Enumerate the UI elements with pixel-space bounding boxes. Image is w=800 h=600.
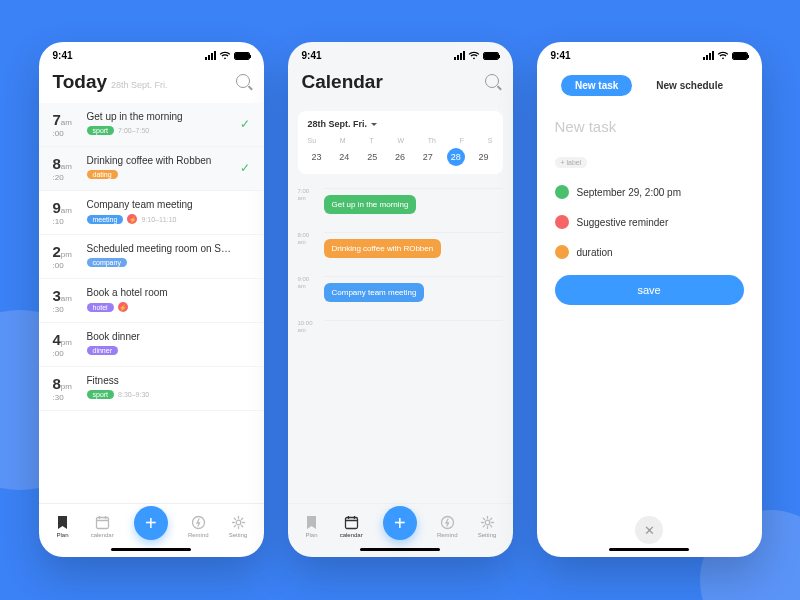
nav-label: Plan	[306, 532, 318, 538]
weekday: S	[488, 137, 493, 144]
nav-calendar[interactable]: calendar	[91, 514, 114, 538]
task-item[interactable]: 8pm:30 Fitness sport8:30–9:30	[39, 367, 264, 411]
date-selector[interactable]: 28th Sept. Fri. SuMTWThFS 23242526272829	[298, 111, 503, 174]
tab-new-schedule[interactable]: New schedule	[642, 75, 737, 96]
timeline-event[interactable]: Company team meeting	[324, 283, 425, 302]
day-cell[interactable]: 26	[391, 148, 409, 166]
svg-rect-0	[96, 517, 108, 528]
timeline-row: 10:00am	[298, 320, 503, 364]
gear-icon	[230, 514, 246, 530]
search-icon[interactable]	[236, 74, 250, 88]
home-indicator	[360, 548, 440, 551]
task-item[interactable]: 3am:30 Book a hotel room hotel⚡	[39, 279, 264, 323]
task-title: Book dinner	[87, 331, 250, 342]
weekday-row: SuMTWThFS	[308, 137, 493, 144]
day-cell[interactable]: 23	[308, 148, 326, 166]
status-bar: 9:41	[537, 42, 762, 65]
tab-new-task[interactable]: New task	[561, 75, 632, 96]
task-title: Get up in the morning	[87, 111, 250, 122]
battery-icon	[483, 52, 499, 60]
option-icon	[555, 245, 569, 259]
nav-remind[interactable]: Remind	[437, 514, 458, 538]
signal-icon	[205, 51, 216, 60]
page-title: Calendar	[302, 71, 383, 93]
task-list: 7am:00 Get up in the morning sport7:00–7…	[39, 103, 264, 503]
nav-label: Remind	[188, 532, 209, 538]
close-button[interactable]: ✕	[635, 516, 663, 544]
bottom-nav: Plancalendar+RemindSetting	[39, 503, 264, 544]
page-subtitle: 28th Sept. Fri.	[111, 80, 168, 90]
nav-plan[interactable]: Plan	[55, 514, 71, 538]
option-text: September 29, 2:00 pm	[577, 187, 682, 198]
bolt-icon	[439, 514, 455, 530]
task-tag: hotel	[87, 303, 114, 312]
task-time: 3am:30	[53, 287, 87, 314]
task-item[interactable]: 7am:00 Get up in the morning sport7:00–7…	[39, 103, 264, 147]
day-cell[interactable]: 28	[447, 148, 465, 166]
status-time: 9:41	[302, 50, 322, 61]
wifi-icon	[219, 51, 231, 60]
nav-label: calendar	[91, 532, 114, 538]
option-reminder[interactable]: Suggestive reminder	[555, 215, 744, 229]
check-icon: ✓	[240, 117, 250, 131]
weekday: Th	[428, 137, 436, 144]
task-time: 8pm:30	[53, 375, 87, 402]
day-cell[interactable]: 24	[335, 148, 353, 166]
option-datetime[interactable]: September 29, 2:00 pm	[555, 185, 744, 199]
option-duration[interactable]: duration	[555, 245, 744, 259]
status-icons	[454, 51, 499, 60]
task-title-input[interactable]: New task	[555, 118, 744, 135]
page-title: Today	[53, 71, 108, 92]
task-range: 9:10–11:10	[141, 216, 176, 223]
slot-time: 7:00am	[298, 188, 318, 232]
task-tag: dating	[87, 170, 118, 179]
task-item[interactable]: 2pm:00 Scheduled meeting room on S… comp…	[39, 235, 264, 279]
task-item[interactable]: 4pm:00 Book dinner dinner	[39, 323, 264, 367]
option-text: duration	[577, 247, 613, 258]
task-time: 2pm:00	[53, 243, 87, 270]
day-cell[interactable]: 27	[419, 148, 437, 166]
status-bar: 9:41	[39, 42, 264, 65]
slot-body: Drinking coffee with RObben	[324, 232, 503, 276]
phone-new-task: 9:41 New task New schedule New task + la…	[537, 42, 762, 557]
alert-icon: ⚡	[118, 302, 128, 312]
add-button[interactable]: +	[383, 506, 417, 540]
selected-date: 28th Sept. Fri.	[308, 119, 368, 129]
nav-label: Setting	[478, 532, 497, 538]
calendar-content: 28th Sept. Fri. SuMTWThFS 23242526272829…	[288, 103, 513, 503]
task-title: Book a hotel room	[87, 287, 250, 298]
nav-plan[interactable]: Plan	[304, 514, 320, 538]
add-button[interactable]: +	[134, 506, 168, 540]
signal-icon	[454, 51, 465, 60]
task-item[interactable]: 8am:20 Drinking coffee with Robben datin…	[39, 147, 264, 191]
task-range: 7:00–7:50	[118, 127, 149, 134]
task-item[interactable]: 9am:10 Company team meeting meeting⚡9:10…	[39, 191, 264, 235]
weekday: T	[369, 137, 373, 144]
save-button[interactable]: save	[555, 275, 744, 305]
timeline-event[interactable]: Drinking coffee with RObben	[324, 239, 442, 258]
task-tag: sport	[87, 390, 115, 399]
slot-time: 10:00am	[298, 320, 318, 364]
task-tabs: New task New schedule	[537, 65, 762, 106]
option-icon	[555, 185, 569, 199]
status-icons	[205, 51, 250, 60]
search-icon[interactable]	[485, 74, 499, 88]
svg-point-5	[236, 520, 241, 525]
nav-calendar[interactable]: calendar	[340, 514, 363, 538]
nav-setting[interactable]: Setting	[229, 514, 248, 538]
nav-remind[interactable]: Remind	[188, 514, 209, 538]
wifi-icon	[468, 51, 480, 60]
day-cell[interactable]: 25	[363, 148, 381, 166]
task-title: Company team meeting	[87, 199, 250, 210]
status-icons	[703, 51, 748, 60]
task-time: 7am:00	[53, 111, 87, 138]
new-task-form: New task + label September 29, 2:00 pmSu…	[537, 106, 762, 311]
weekday: W	[397, 137, 404, 144]
add-label-chip[interactable]: + label	[555, 157, 588, 168]
slot-time: 8:00am	[298, 232, 318, 276]
bookmark-icon	[304, 514, 320, 530]
slot-time: 9:00am	[298, 276, 318, 320]
nav-setting[interactable]: Setting	[478, 514, 497, 538]
day-cell[interactable]: 29	[474, 148, 492, 166]
timeline-event[interactable]: Get up in the morning	[324, 195, 417, 214]
